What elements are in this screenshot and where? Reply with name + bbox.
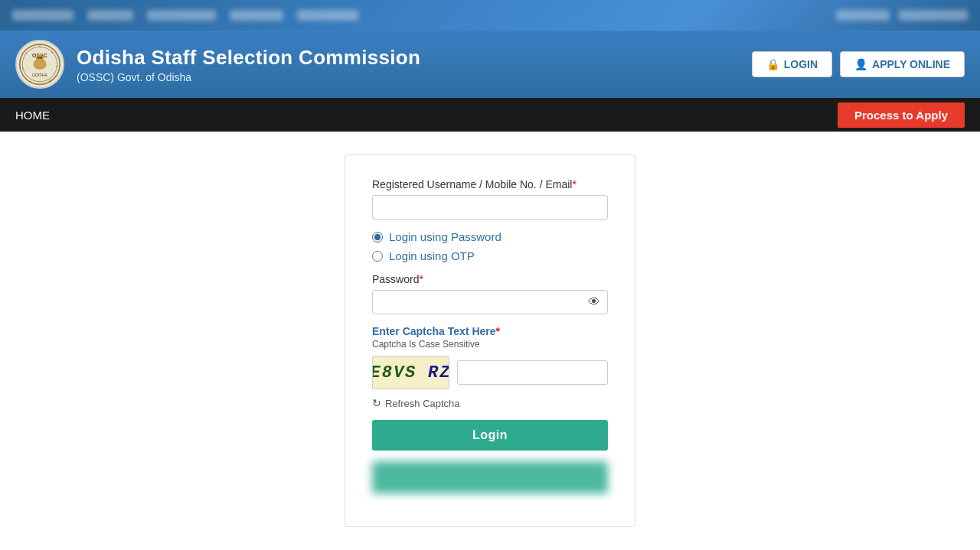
captcha-label: Enter Captcha Text Here* xyxy=(372,325,608,337)
password-input[interactable] xyxy=(372,290,608,314)
username-input[interactable] xyxy=(372,195,608,220)
svg-point-5 xyxy=(38,57,41,60)
header-title: Odisha Staff Selection Commission (OSSC)… xyxy=(77,46,420,83)
svg-point-10 xyxy=(56,66,57,67)
password-required-star: * xyxy=(419,273,423,285)
username-required-star: * xyxy=(572,178,576,190)
lock-icon: 🔒 xyxy=(766,58,779,70)
password-wrapper: 👁 xyxy=(372,290,608,314)
login-button[interactable]: Login xyxy=(372,420,608,451)
login-method-group: Login using Password Login using OTP xyxy=(372,230,608,262)
top-navigation-bar xyxy=(0,0,980,31)
login-password-radio[interactable] xyxy=(372,232,383,242)
password-label: Password* xyxy=(372,273,608,285)
top-nav-item-2 xyxy=(87,10,133,21)
password-group: Password* 👁 xyxy=(372,273,608,314)
refresh-captcha[interactable]: ↻ Refresh Captcha xyxy=(372,397,608,409)
top-nav-item-4 xyxy=(230,10,283,21)
svg-point-9 xyxy=(51,51,53,53)
svg-point-12 xyxy=(29,81,31,83)
top-nav-item-1 xyxy=(12,10,74,21)
header-left: OSSC ODISHA Odisha Staff Selection Commi… xyxy=(15,40,420,89)
captcha-group: Enter Captcha Text Here* Captcha Is Case… xyxy=(372,325,608,409)
svg-point-4 xyxy=(36,55,44,63)
captcha-required-star: * xyxy=(496,325,500,337)
top-nav-right-1 xyxy=(836,10,890,21)
svg-point-11 xyxy=(49,80,51,81)
org-title: Odisha Staff Selection Commission xyxy=(77,46,420,70)
org-subtitle: (OSSC) Govt. of Odisha xyxy=(77,71,420,83)
refresh-icon: ↻ xyxy=(372,397,381,409)
login-otp-option[interactable]: Login using OTP xyxy=(372,249,608,262)
top-nav-item-5 xyxy=(297,10,358,21)
top-nav-right-2 xyxy=(899,10,968,21)
login-password-option[interactable]: Login using Password xyxy=(372,230,608,243)
svg-point-14 xyxy=(26,53,28,54)
top-nav-item-3 xyxy=(147,10,216,21)
bottom-blurred-element xyxy=(372,461,608,493)
username-label: Registered Username / Mobile No. / Email… xyxy=(372,178,608,190)
login-form: Registered Username / Mobile No. / Email… xyxy=(345,155,635,527)
username-group: Registered Username / Mobile No. / Email… xyxy=(372,178,608,220)
captcha-row: E8VS RZ xyxy=(372,356,608,389)
login-password-label: Login using Password xyxy=(389,230,501,243)
captcha-text-blue: RZ xyxy=(428,363,449,382)
login-otp-radio[interactable] xyxy=(372,251,383,262)
captcha-sensitive-note: Captcha Is Case Sensitive xyxy=(372,339,608,350)
logo: OSSC ODISHA xyxy=(15,40,64,89)
svg-text:ODISHA: ODISHA xyxy=(32,73,48,77)
login-otp-label: Login using OTP xyxy=(389,249,475,262)
home-nav-item[interactable]: HOME xyxy=(15,99,50,131)
header: OSSC ODISHA Odisha Staff Selection Commi… xyxy=(0,31,980,98)
svg-point-6 xyxy=(40,57,43,60)
login-header-button[interactable]: 🔒 LOGIN xyxy=(752,51,832,77)
header-buttons: 🔒 LOGIN 👤 APPLY ONLINE xyxy=(752,51,965,77)
apply-online-button[interactable]: 👤 APPLY ONLINE xyxy=(840,51,965,77)
svg-point-8 xyxy=(39,45,41,47)
user-plus-icon: 👤 xyxy=(854,58,867,70)
navbar: HOME Process to Apply xyxy=(0,98,980,132)
svg-point-13 xyxy=(22,67,24,69)
process-to-apply-button[interactable]: Process to Apply xyxy=(838,103,965,128)
toggle-password-icon[interactable]: 👁 xyxy=(588,295,600,309)
main-content: Registered Username / Mobile No. / Email… xyxy=(0,132,980,550)
captcha-text-green: E8VS xyxy=(372,363,416,382)
captcha-input[interactable] xyxy=(457,360,608,385)
captcha-space xyxy=(417,365,427,380)
captcha-image: E8VS RZ xyxy=(372,356,449,389)
